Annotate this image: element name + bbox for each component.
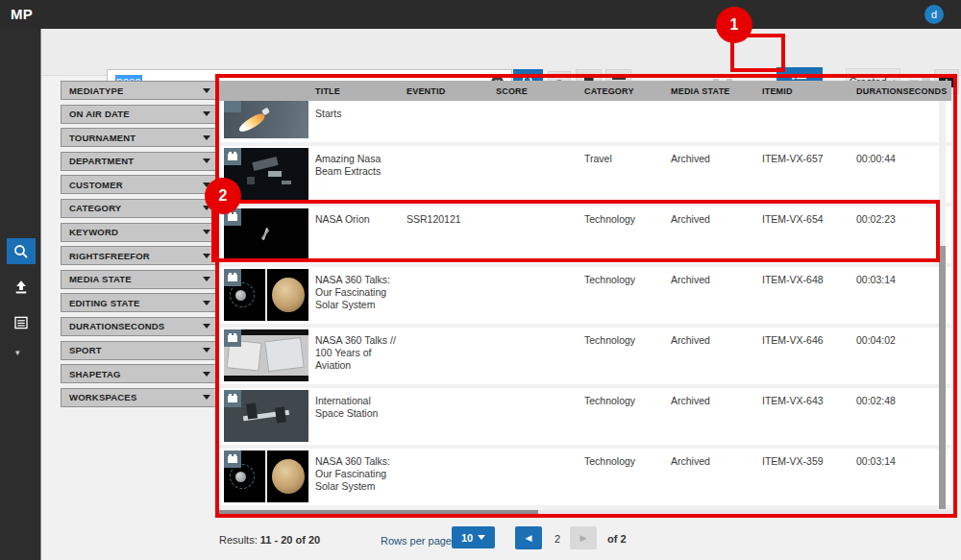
result-row[interactable]: InternationalSpace StationTechnologyArch… (219, 388, 951, 445)
thumbnail-cell (219, 207, 315, 263)
filter-customer[interactable]: CUSTOMER (61, 175, 219, 194)
filter-label: CUSTOMER (69, 180, 123, 190)
chevron-down-icon (203, 395, 210, 400)
column-header-durationseconds[interactable]: DURATIONSECONDS (856, 86, 951, 96)
horizontal-scrollbar-thumb[interactable] (219, 510, 538, 517)
column-header-itemid[interactable]: ITEMID (762, 86, 856, 96)
filter-lines-icon (612, 78, 626, 80)
category-cell: Technology (584, 388, 671, 445)
filter-label: MEDIA STATE (69, 274, 132, 284)
filter-sport[interactable]: SPORT (61, 341, 219, 360)
category-cell: Technology (584, 328, 671, 384)
eventid-cell (407, 146, 496, 203)
rail-upload-button[interactable] (7, 274, 36, 300)
filter-shapetag[interactable]: SHAPETAG (61, 364, 219, 383)
chevron-down-icon (203, 348, 210, 353)
rail-more-button[interactable]: ▾ (15, 348, 27, 357)
filter-durationseconds[interactable]: DURATIONSECONDS (61, 317, 219, 336)
previous-page-button[interactable]: ◀ (515, 526, 542, 549)
result-row[interactable]: NASA 360 Talks:Our FascinatingSolar Syst… (219, 449, 951, 505)
filter-tournament[interactable]: TOURNAMENT (61, 128, 219, 147)
film-icon (228, 214, 237, 221)
table-rows-area: StartsAmazing NasaBeam ExtractsTravelArc… (219, 101, 951, 510)
media-type-badge (224, 450, 241, 468)
duration-cell: 00:02:48 (856, 388, 951, 445)
category-cell (584, 101, 671, 142)
media-state-cell: Archived (671, 207, 762, 263)
score-cell (496, 207, 584, 263)
chevron-down-icon: ▾ (15, 348, 20, 357)
media-type-badge (224, 329, 241, 347)
itemid-cell: ITEM-VX-359 (762, 449, 856, 505)
title-line: 100 Years of (315, 347, 407, 359)
title-cell: NASA 360 Talks //100 Years ofAviation (315, 328, 407, 384)
result-row[interactable]: NASA 360 Talks:Our FascinatingSolar Syst… (219, 267, 951, 324)
filter-label: KEYWORD (69, 227, 118, 237)
duration-cell: 00:04:02 (856, 328, 951, 384)
column-header-category[interactable]: CATEGORY (584, 86, 671, 96)
score-cell (496, 146, 584, 203)
eventid-cell (407, 267, 496, 324)
user-avatar[interactable]: d (924, 5, 944, 24)
vertical-scrollbar-thumb[interactable] (939, 246, 946, 509)
chevron-down-icon (203, 230, 210, 234)
filter-department[interactable]: DEPARTMENT (61, 152, 219, 171)
title-cell: NASA Orion (315, 207, 407, 263)
score-cell (496, 328, 584, 384)
media-state-cell: Archived (671, 146, 762, 203)
eventid-cell: SSR120121 (407, 207, 496, 263)
thumbnail-cell (219, 388, 315, 445)
media-type-badge (224, 390, 241, 407)
filter-rightsfreefor[interactable]: RIGHTSFREEFOR (61, 246, 219, 265)
result-row[interactable]: NASA 360 Talks //100 Years ofAviationTec… (219, 328, 951, 384)
thumbnail-cell (219, 449, 315, 505)
eventid-cell (407, 449, 496, 505)
rows-per-page-select[interactable]: 10 (452, 526, 495, 548)
rail-search-button[interactable] (7, 238, 36, 264)
filter-label: TOURNAMENT (69, 133, 136, 143)
filter-media-state[interactable]: MEDIA STATE (61, 270, 219, 289)
filter-keyword[interactable]: KEYWORD (61, 223, 219, 242)
column-header-eventid[interactable]: EVENTID (407, 86, 496, 96)
column-header-score[interactable]: SCORE (496, 86, 584, 96)
media-state-cell (671, 101, 762, 142)
next-page-button[interactable]: ▶ (570, 526, 597, 549)
rail-jobs-button[interactable] (7, 309, 36, 335)
media-state-cell: Archived (671, 449, 762, 505)
itemid-cell: ITEM-VX-657 (762, 146, 856, 203)
rows-per-page-value: 10 (461, 532, 473, 544)
filter-label: DEPARTMENT (69, 156, 134, 166)
filter-category[interactable]: CATEGORY (61, 199, 219, 218)
title-line: Beam Extracts (315, 165, 407, 178)
result-row[interactable]: Amazing NasaBeam ExtractsTravelArchivedI… (219, 146, 951, 203)
itemid-cell: ITEM-VX-646 (762, 328, 856, 384)
media-state-cell: Archived (671, 267, 762, 324)
filter-panel: MEDIATYPEON AIR DATETOURNAMENTDEPARTMENT… (61, 81, 219, 407)
filter-label: MEDIATYPE (69, 85, 124, 96)
filter-editing-state[interactable]: EDITING STATE (61, 293, 219, 312)
filter-mediatype[interactable]: MEDIATYPE (61, 81, 219, 100)
filter-label: DURATIONSECONDS (69, 321, 164, 331)
total-pages-label: of 2 (607, 533, 627, 545)
category-cell: Travel (584, 146, 671, 203)
results-count: Results: 11 - 20 of 20 (219, 534, 320, 546)
filter-workspaces[interactable]: WORKSPACES (61, 388, 219, 407)
filter-on-air-date[interactable]: ON AIR DATE (61, 105, 219, 124)
thumbnail-cell (219, 328, 315, 384)
chevron-down-icon (203, 88, 210, 93)
result-row[interactable]: NASA OrionSSR120121TechnologyArchivedITE… (219, 207, 951, 263)
result-row[interactable]: Starts (219, 101, 951, 142)
results-label: Results: (219, 534, 258, 546)
eventid-cell (407, 101, 496, 142)
chevron-down-icon (203, 158, 210, 163)
film-icon (228, 275, 237, 281)
filter-label: WORKSPACES (69, 392, 136, 402)
column-header-media-state[interactable]: MEDIA STATE (671, 86, 762, 96)
column-header-title[interactable]: TITLE (315, 86, 407, 96)
duration-cell: 00:03:14 (856, 267, 951, 324)
filter-label: SHAPETAG (69, 369, 121, 379)
chevron-down-icon (203, 135, 210, 140)
thumbnail-cell (219, 146, 315, 203)
top-bar: MP d (0, 0, 961, 29)
media-state-cell: Archived (671, 328, 762, 384)
